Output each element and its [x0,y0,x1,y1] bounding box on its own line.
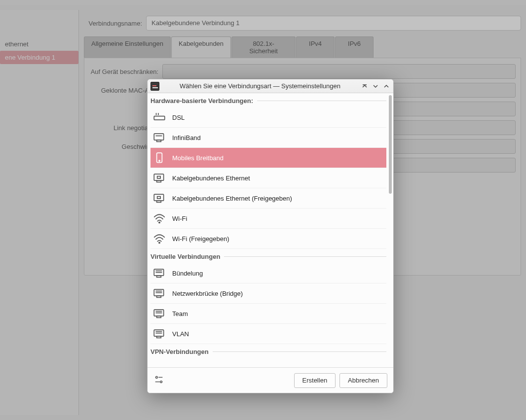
item-wifi[interactable]: Wi-Fi [150,209,386,229]
item-team-label: Team [172,310,188,317]
item-vlan-label: VLAN [172,330,189,338]
item-wired-ethernet-label: Kabelgebundenes Ethernet [172,175,250,182]
section-hardware: Hardware-basierte Verbindungen: [150,93,386,107]
item-bonding[interactable]: Bündelung [150,263,386,283]
infiniband-icon [152,131,166,144]
svg-rect-13 [157,201,161,202]
ethernet-shared-icon [152,192,166,205]
svg-point-16 [159,243,160,244]
item-wired-ethernet-shared-label: Kabelgebundenes Ethernet (Freigegeben) [172,195,292,202]
item-wifi-shared[interactable]: Wi-Fi (Freigegeben) [150,229,386,249]
item-wired-ethernet[interactable]: Kabelgebundenes Ethernet [150,168,386,188]
item-mobile-broadband-label: Mobiles Breitband [172,154,224,162]
item-wifi-shared-label: Wi-Fi (Freigegeben) [172,235,229,243]
list-scrollbar[interactable] [387,93,393,367]
svg-rect-5 [157,140,161,141]
svg-rect-1 [154,116,165,120]
item-mobile-broadband[interactable]: Mobiles Breitband [150,148,386,168]
choose-connection-type-dialog: Wählen Sie eine Verbindungsart — Systeme… [147,79,394,393]
item-bridge-label: Netzwerkbrücke (Bridge) [172,290,243,297]
svg-rect-9 [154,174,163,180]
item-team[interactable]: Team [150,304,386,324]
section-virtual-label: Virtuelle Verbindungen [150,253,220,260]
item-infiniband[interactable]: InfiniBand [150,128,386,148]
item-bonding-label: Bündelung [172,270,203,277]
item-infiniband-label: InfiniBand [172,134,201,141]
dialog-titlebar: Wählen Sie eine Verbindungsart — Systeme… [148,79,393,93]
dialog-footer: Erstellen Abbrechen [148,367,393,393]
item-vlan[interactable]: VLAN [150,324,386,344]
scrollbar-thumb[interactable] [389,95,392,194]
bonding-icon [152,267,166,280]
svg-rect-14 [157,197,160,199]
svg-rect-4 [154,134,163,140]
app-icon [150,82,159,91]
item-dsl[interactable]: DSL [150,107,386,128]
wifi-icon [152,212,166,225]
section-vpn: VPN-Verbindungen [150,344,386,358]
wifi-shared-icon [152,232,166,245]
svg-rect-30 [157,336,161,338]
item-dsl-label: DSL [172,114,185,121]
svg-rect-22 [157,296,161,297]
svg-point-8 [159,160,160,161]
shade-up-icon[interactable] [361,82,369,90]
svg-rect-12 [154,194,163,201]
item-wifi-label: Wi-Fi [172,215,187,222]
dsl-icon [152,111,166,124]
chevron-up-icon[interactable] [382,82,390,90]
svg-point-36 [160,381,162,383]
configure-icon[interactable] [153,374,164,386]
svg-point-15 [159,222,160,223]
section-vpn-label: VPN-Verbindungen [150,348,209,355]
svg-rect-26 [157,316,161,317]
ethernet-icon [152,172,166,184]
svg-rect-18 [157,276,161,277]
svg-rect-11 [157,176,160,178]
section-virtual: Virtuelle Verbindungen [150,249,386,263]
cancel-button[interactable]: Abbrechen [339,373,387,388]
connection-type-list[interactable]: Hardware-basierte Verbindungen: DSL Infi… [148,93,387,367]
bridge-icon [152,287,166,300]
dialog-title: Wählen Sie eine Verbindungsart — Systeme… [162,82,358,90]
team-icon [152,307,166,320]
vlan-icon [152,327,166,340]
mobile-broadband-icon [152,151,166,164]
svg-point-33 [156,377,158,379]
item-bridge[interactable]: Netzwerkbrücke (Bridge) [150,283,386,304]
chevron-down-icon[interactable] [372,82,379,90]
section-hardware-label: Hardware-basierte Verbindungen: [150,97,253,105]
create-button[interactable]: Erstellen [294,373,336,388]
item-wired-ethernet-shared[interactable]: Kabelgebundenes Ethernet (Freigegeben) [150,188,386,209]
svg-rect-10 [157,180,161,182]
